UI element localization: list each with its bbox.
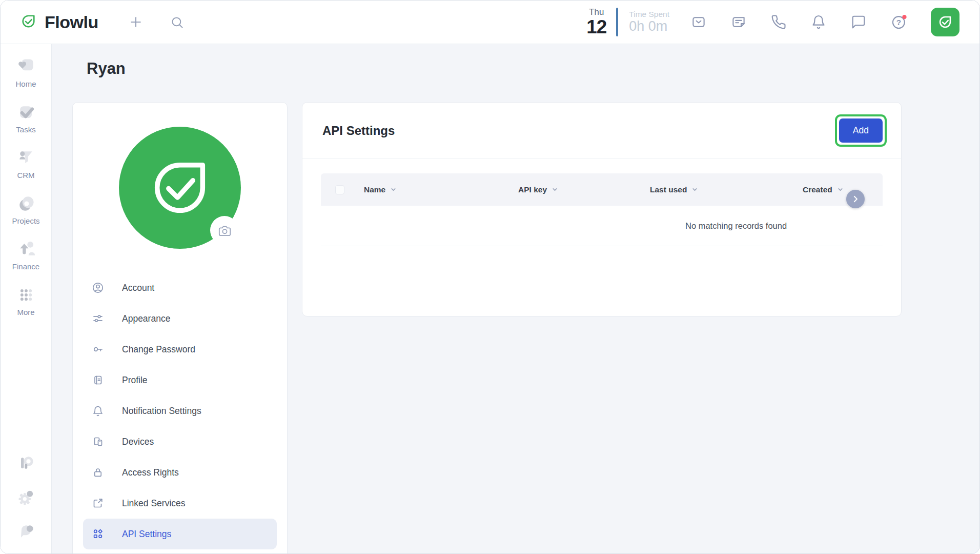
- add-button-highlight-outline: Add: [835, 114, 887, 147]
- time-spent-label: Time Spent: [629, 10, 669, 19]
- topbar: Flowlu Thu 12 Time Spent 0h 0m: [1, 1, 979, 44]
- date-divider: [616, 8, 618, 36]
- api-nodes-icon: [92, 528, 104, 540]
- devices-icon: [92, 436, 104, 448]
- chevron-right-icon: [851, 194, 860, 204]
- menu-item-appearance[interactable]: Appearance: [83, 303, 277, 334]
- user-avatar-button[interactable]: [931, 8, 959, 36]
- rail-bottom-icons: [16, 453, 36, 554]
- table-header-row: Name API key Last used: [321, 173, 883, 206]
- svg-text:?: ?: [896, 18, 901, 27]
- notification-badge-dot: [902, 15, 906, 19]
- header-checkbox-cell: [321, 185, 350, 194]
- partner-logo-icon: [16, 453, 36, 474]
- menu-item-access-rights[interactable]: Access Rights: [83, 457, 277, 488]
- menu-item-profile[interactable]: Profile: [83, 365, 277, 395]
- sliders-icon: [92, 312, 104, 325]
- table-scroll-right-button[interactable]: [846, 190, 865, 208]
- api-settings-panel: API Settings Add Name: [302, 102, 902, 316]
- add-api-key-button[interactable]: Add: [839, 118, 883, 143]
- notes-button[interactable]: [731, 14, 746, 30]
- rail-item-crm[interactable]: CRM: [16, 148, 36, 180]
- rail-item-tasks[interactable]: Tasks: [16, 102, 36, 134]
- note-icon: [731, 14, 746, 30]
- content-columns: Account Appearance: [72, 102, 959, 554]
- sort-chevron-icon: [836, 186, 844, 193]
- settings-button[interactable]: [16, 487, 36, 508]
- bell-icon: [811, 14, 826, 30]
- api-panel-title: API Settings: [322, 124, 395, 138]
- change-photo-button[interactable]: [210, 216, 239, 245]
- column-header-created[interactable]: Created: [788, 185, 883, 194]
- sort-chevron-icon: [551, 186, 559, 193]
- notifications-button[interactable]: [811, 14, 826, 30]
- menu-item-notification-settings[interactable]: Notification Settings: [83, 395, 277, 426]
- lock-icon: [92, 466, 104, 479]
- rail-item-projects[interactable]: Projects: [12, 193, 39, 225]
- main-content: Ryan: [52, 44, 979, 554]
- module-rail: Home Tasks CRM: [1, 44, 52, 554]
- phone-button[interactable]: [771, 14, 786, 30]
- time-spent-value: 0h 0m: [629, 18, 669, 34]
- sort-chevron-icon: [390, 186, 397, 193]
- column-header-last-used[interactable]: Last used: [636, 185, 788, 194]
- date-number: 12: [586, 17, 606, 36]
- finance-icon: [16, 239, 36, 260]
- phone-icon: [771, 14, 786, 30]
- projects-icon: [16, 193, 36, 214]
- key-icon: [92, 343, 104, 355]
- brand-logo[interactable]: Flowlu: [19, 12, 98, 33]
- crm-icon: [16, 148, 36, 168]
- rail-item-finance[interactable]: Finance: [12, 239, 39, 271]
- external-link-icon: [92, 497, 104, 509]
- brand-name: Flowlu: [45, 12, 98, 32]
- avatar-shield-check-icon: [936, 13, 954, 31]
- column-header-api-key[interactable]: API key: [504, 185, 636, 194]
- feedback-bubble-icon: [16, 521, 36, 542]
- menu-item-api-settings[interactable]: API Settings: [83, 519, 277, 549]
- feedback-button[interactable]: [16, 521, 36, 542]
- api-panel-header: API Settings Add: [302, 103, 901, 159]
- create-new-button[interactable]: [125, 11, 147, 33]
- rail-item-more[interactable]: More: [16, 285, 36, 316]
- profile-menu: Account Appearance: [73, 272, 287, 549]
- search-button[interactable]: [167, 12, 187, 32]
- select-all-checkbox[interactable]: [335, 185, 344, 194]
- empty-table-row: No matching records found: [321, 206, 883, 246]
- home-icon: [15, 56, 36, 77]
- sort-chevron-icon: [691, 186, 699, 193]
- menu-item-account[interactable]: Account: [83, 272, 277, 303]
- page-title: Ryan: [87, 60, 959, 78]
- chat-button[interactable]: [851, 14, 866, 30]
- api-keys-table: Name API key Last used: [321, 173, 883, 246]
- app-body: Home Tasks CRM: [1, 44, 979, 554]
- profile-avatar-wrap: [119, 127, 241, 249]
- menu-item-change-password[interactable]: Change Password: [83, 334, 277, 365]
- gear-icon: [16, 487, 36, 508]
- mail-icon: [691, 14, 706, 30]
- tasks-icon: [16, 102, 36, 123]
- no-records-message: No matching records found: [685, 221, 787, 231]
- profile-card: Account Appearance: [72, 102, 288, 554]
- menu-item-devices[interactable]: Devices: [83, 426, 277, 457]
- time-spent-widget[interactable]: Time Spent 0h 0m: [629, 10, 669, 35]
- chat-bubble-icon: [851, 14, 866, 30]
- mail-button[interactable]: [691, 14, 706, 30]
- date-day: Thu: [589, 8, 604, 16]
- help-icon: ?: [891, 14, 907, 30]
- camera-icon: [218, 224, 232, 238]
- bell-icon: [92, 405, 104, 417]
- column-header-name[interactable]: Name: [350, 185, 504, 194]
- profile-book-icon: [92, 374, 104, 386]
- flowlu-app: Flowlu Thu 12 Time Spent 0h 0m: [0, 0, 980, 554]
- topbar-icons: ?: [691, 14, 907, 30]
- topbar-right: Thu 12 Time Spent 0h 0m: [586, 8, 979, 36]
- user-circle-icon: [92, 282, 104, 294]
- help-button[interactable]: ?: [891, 14, 907, 30]
- rail-item-home[interactable]: Home: [15, 56, 36, 88]
- partner-program-button[interactable]: [16, 453, 36, 474]
- more-grid-icon: [16, 285, 36, 305]
- calendar-date-widget[interactable]: Thu 12: [586, 8, 606, 36]
- menu-item-linked-services[interactable]: Linked Services: [83, 488, 277, 519]
- flowlu-shield-check-icon: [19, 12, 38, 33]
